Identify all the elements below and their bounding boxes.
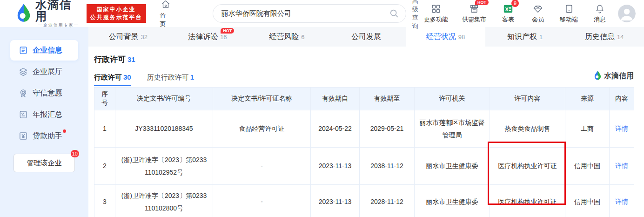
- nav-item-label: 客表: [502, 15, 514, 24]
- subtab[interactable]: 行政许可30: [94, 73, 131, 86]
- subtab[interactable]: 历史行政许可1: [147, 73, 194, 86]
- search-icon[interactable]: [389, 8, 399, 19]
- manage-count-badge: 10: [71, 150, 79, 157]
- table-cell: 2023-11-13: [311, 185, 360, 217]
- home-icon: [161, 0, 171, 11]
- table-cell: 信用中国: [565, 185, 610, 217]
- tab-label: 历史信息: [585, 32, 615, 42]
- tab[interactable]: 经营状况98: [406, 27, 485, 47]
- detail-link[interactable]: 详情: [615, 162, 628, 170]
- sidebar-item[interactable]: 企业信息: [10, 40, 78, 61]
- table-cell: 丽水市莲都区市场监督管理局: [415, 110, 490, 148]
- left-sidebar: 企业信息企业展厅守信意愿年报汇总贷款助手 管理该企业 10: [0, 27, 88, 217]
- table-column-header: 有效期自: [311, 88, 360, 110]
- table-header-row: 序号决定文书/许可编号决定文书/许可证名称有效期自有效期至许可机关许可内容来源内…: [94, 88, 634, 110]
- nav-item-diamond[interactable]: 会员: [530, 3, 546, 24]
- tab[interactable]: 知识产权1: [485, 27, 565, 47]
- search-input[interactable]: [221, 10, 389, 18]
- watermark: 水滴信用: [594, 70, 634, 82]
- table-cell: 1: [94, 110, 115, 148]
- market-icon: HOT: [469, 3, 479, 14]
- sidebar-item[interactable]: 企业展厅: [10, 61, 78, 82]
- report-icon: [19, 110, 28, 119]
- tab-label: 知识产权: [507, 32, 537, 42]
- detail-link[interactable]: 详情: [615, 125, 628, 132]
- sidebar-item[interactable]: 年报汇总: [10, 104, 78, 125]
- subtab-count: 1: [190, 73, 194, 81]
- tab-label: 公司背景: [109, 32, 139, 42]
- nav-item-label: 会员: [532, 15, 544, 24]
- table-cell: 3: [94, 185, 115, 217]
- table-column-header: 来源: [565, 88, 610, 110]
- manage-company-button[interactable]: 管理该企业 10: [13, 154, 75, 172]
- droplet-logo-icon: [16, 3, 32, 24]
- table-column-header: 决定文书/许可证名称: [213, 88, 311, 110]
- sidebar-items: 企业信息企业展厅守信意愿年报汇总贷款助手: [0, 40, 88, 146]
- tab-label: 公司发展: [351, 32, 381, 42]
- brand-logo[interactable]: 水滴信用 一企业信用专家一: [16, 0, 82, 28]
- table-cell: 信用中国: [565, 148, 610, 185]
- table-cell: 医疗机构执业许可证: [490, 185, 565, 217]
- table-row: 2(浙)卫许准字〔2023〕第0233110102952号-2023-11-13…: [94, 148, 634, 185]
- sidebar-item[interactable]: 贷款助手: [10, 126, 78, 146]
- user-avatar[interactable]: [618, 5, 636, 22]
- table-cell-detail: 详情: [610, 185, 634, 217]
- nav-item-mobile[interactable]: 移动端: [560, 3, 578, 24]
- table-column-header: 许可机关: [415, 88, 490, 110]
- table-cell-detail: 详情: [610, 148, 634, 185]
- tab-count: 98: [458, 34, 465, 41]
- doc-icon: [19, 46, 28, 55]
- gov-certification-badge: 国家中小企业 公共服务示范平台: [87, 4, 146, 23]
- sidebar-item-label: 守信意愿: [33, 88, 62, 98]
- tab[interactable]: 法律诉讼16HOT: [168, 27, 248, 47]
- nav-item-excel[interactable]: X9客表: [500, 3, 516, 24]
- table-cell: 工商: [565, 110, 610, 148]
- nav-item-label: 更多功能: [424, 15, 448, 24]
- sidebar-item-label: 企业展厅: [33, 67, 62, 77]
- nav-item-bell[interactable]: 消息: [592, 3, 608, 24]
- sidebar-item-label: 企业信息: [33, 46, 62, 55]
- mobile-icon: [564, 3, 574, 14]
- subtab-row: 行政许可30历史行政许可1 水滴信用: [94, 73, 638, 86]
- tab-count: 16: [220, 34, 227, 41]
- table-cell: 丽水市卫生健康委: [415, 185, 490, 217]
- home-label: 首页: [160, 12, 172, 28]
- tab-count: 32: [141, 34, 148, 41]
- table-cell: 食品经营许可证: [213, 110, 311, 148]
- table-cell: 热食类食品制售: [490, 110, 565, 148]
- nav-item-market[interactable]: HOT供需集市: [462, 3, 486, 24]
- section-count: 31: [127, 55, 135, 63]
- home-button[interactable]: 首页: [160, 0, 172, 28]
- tab-label: 经营风险: [269, 32, 299, 42]
- table-cell: (浙)卫许准字〔2023〕第0233110102952号: [115, 148, 213, 185]
- tab-label: 法律诉讼: [188, 32, 218, 42]
- sidebar-item-label: 贷款助手: [33, 131, 62, 141]
- main-content: 行政许可31 行政许可30历史行政许可1 水滴信用 序号决定文书/许可编号决定文…: [88, 47, 644, 217]
- tab[interactable]: 历史信息14: [564, 27, 644, 47]
- table-cell: 2024-05-22: [311, 110, 360, 148]
- table-cell-detail: 详情: [610, 110, 634, 148]
- svg-text:X: X: [505, 7, 509, 12]
- advanced-query-button[interactable]: 高级 查询: [412, 0, 424, 30]
- tab[interactable]: 公司背景32: [88, 27, 168, 47]
- droplet-watermark-icon: [594, 70, 602, 82]
- detail-link[interactable]: 详情: [615, 198, 628, 205]
- table-cell: -: [213, 148, 311, 185]
- nav-item-grid[interactable]: 更多功能: [424, 3, 448, 24]
- subtab-label: 历史行政许可: [147, 73, 189, 81]
- table-column-header: 序号: [94, 88, 115, 110]
- grid-icon: [431, 3, 441, 14]
- nav-item-label: 移动端: [560, 15, 578, 24]
- brand-subtitle: 一企业信用专家一: [38, 22, 79, 28]
- section-title: 行政许可31: [94, 54, 638, 65]
- count-badge: 9: [511, 0, 519, 7]
- sidebar-item[interactable]: 守信意愿: [10, 83, 78, 103]
- table-cell: 2029-05-21: [360, 110, 415, 148]
- table-cell: 2028-11-12: [360, 185, 415, 217]
- tab[interactable]: 经营风险6: [247, 27, 327, 47]
- notification-dot: [63, 129, 66, 133]
- table-cell: 2023-11-13: [311, 148, 360, 185]
- table-column-header: 决定文书/许可编号: [115, 88, 213, 110]
- nav-item-label: 消息: [594, 15, 606, 24]
- tab[interactable]: 公司发展: [327, 27, 406, 47]
